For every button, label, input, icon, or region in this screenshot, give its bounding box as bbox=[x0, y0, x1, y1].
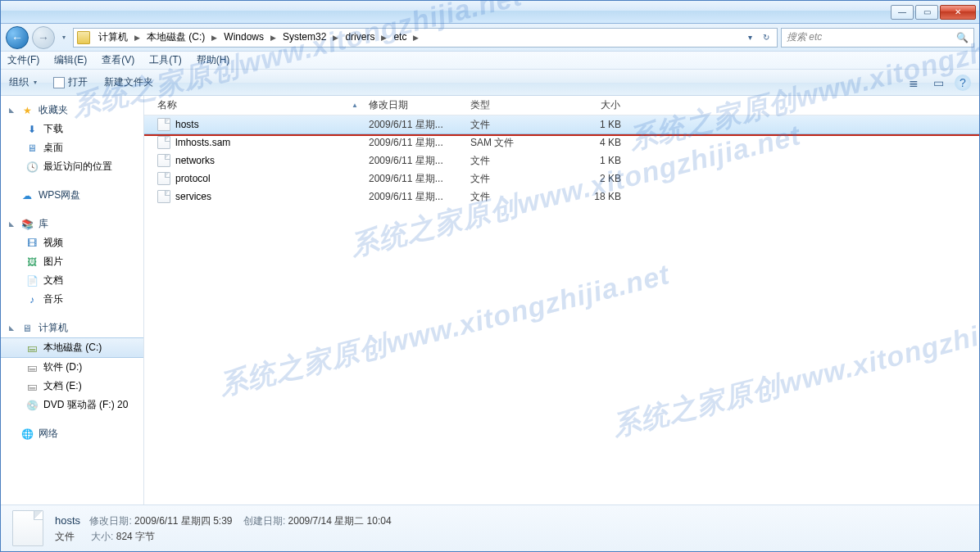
file-row[interactable]: protocol2009/6/11 星期...文件2 KB bbox=[144, 170, 979, 188]
sidebar-item-label: 下载 bbox=[43, 122, 63, 136]
back-button[interactable]: ← bbox=[6, 26, 29, 49]
file-date: 2009/6/11 星期... bbox=[364, 154, 465, 168]
sidebar-item[interactable]: ⬇下载 bbox=[1, 120, 143, 138]
view-mode-button[interactable]: ≣ bbox=[905, 75, 922, 91]
breadcrumb-segment[interactable]: drivers bbox=[340, 29, 379, 44]
file-name: services bbox=[175, 191, 211, 202]
sidebar-item[interactable]: 🖴本地磁盘 (C:) bbox=[1, 337, 143, 358]
sidebar-item[interactable]: 🖼图片 bbox=[1, 252, 143, 271]
titlebar: — ▭ ✕ bbox=[1, 1, 979, 24]
chevron-right-icon[interactable]: ▶ bbox=[133, 34, 142, 42]
sidebar: ◣ ★ 收藏夹 ⬇下载🖥桌面🕓最近访问的位置 ☁ WPS网盘 ◣ 📚 库 bbox=[1, 96, 144, 504]
sidebar-network[interactable]: 🌐 网络 bbox=[1, 424, 143, 443]
file-name: lmhosts.sam bbox=[175, 137, 230, 148]
sidebar-item[interactable]: 📄文档 bbox=[1, 271, 143, 290]
breadcrumb-segment[interactable]: System32 bbox=[278, 29, 331, 44]
chevron-right-icon[interactable]: ▶ bbox=[331, 34, 340, 42]
search-input[interactable]: 搜索 etc 🔍 bbox=[781, 28, 974, 48]
sidebar-item-label: 网络 bbox=[39, 427, 58, 441]
sidebar-item-label: 视频 bbox=[43, 236, 63, 250]
menubar: 文件(F) 编辑(E) 查看(V) 工具(T) 帮助(H) bbox=[1, 52, 979, 70]
nav-history-dropdown[interactable]: ▾ bbox=[58, 26, 70, 49]
sidebar-libraries-header[interactable]: ◣ 📚 库 bbox=[1, 215, 143, 233]
sidebar-item[interactable]: 🎞视频 bbox=[1, 233, 143, 252]
navbar: ← → ▾ 计算机▶本地磁盘 (C:)▶Windows▶System32▶dri… bbox=[1, 24, 979, 52]
details-text: hosts 修改日期: 2009/6/11 星期四 5:39 创建日期: 200… bbox=[55, 513, 392, 544]
file-row[interactable]: services2009/6/11 星期...文件18 KB bbox=[144, 188, 979, 206]
breadcrumb-segment[interactable]: etc bbox=[388, 29, 411, 44]
breadcrumb-segment[interactable]: Windows bbox=[219, 29, 269, 44]
new-folder-button[interactable]: 新建文件夹 bbox=[104, 75, 153, 89]
details-filename: hosts bbox=[55, 514, 80, 527]
sidebar-favorites-header[interactable]: ◣ ★ 收藏夹 bbox=[1, 101, 143, 120]
menu-view[interactable]: 查看(V) bbox=[100, 52, 136, 68]
sidebar-item-icon: 🖥 bbox=[25, 142, 39, 155]
chevron-right-icon[interactable]: ▶ bbox=[210, 34, 219, 42]
file-icon bbox=[157, 118, 170, 131]
column-name[interactable]: 名称▲ bbox=[152, 98, 364, 112]
open-button[interactable]: 打开 bbox=[53, 75, 88, 89]
sidebar-libraries: ◣ 📚 库 🎞视频🖼图片📄文档♪音乐 bbox=[1, 215, 143, 309]
minimize-button[interactable]: — bbox=[891, 5, 914, 20]
file-date: 2009/6/11 星期... bbox=[364, 118, 465, 132]
file-row[interactable]: networks2009/6/11 星期...文件1 KB bbox=[144, 152, 979, 170]
file-type: 文件 bbox=[465, 118, 562, 132]
sidebar-item-icon: 📄 bbox=[25, 274, 39, 287]
sidebar-item[interactable]: ♪音乐 bbox=[1, 290, 143, 309]
file-row[interactable]: hosts2009/6/11 星期...文件1 KB bbox=[144, 115, 979, 133]
file-icon bbox=[157, 190, 170, 203]
sidebar-item-label: 软件 (D:) bbox=[43, 360, 82, 374]
menu-tools[interactable]: 工具(T) bbox=[147, 52, 183, 68]
file-icon bbox=[157, 154, 170, 167]
breadcrumb-segment[interactable]: 本地磁盘 (C:) bbox=[142, 29, 210, 44]
sidebar-item[interactable]: 💿DVD 驱动器 (F:) 20 bbox=[1, 396, 143, 414]
sidebar-item-icon: 🖼 bbox=[25, 256, 39, 269]
sidebar-item[interactable]: 🖴软件 (D:) bbox=[1, 358, 143, 377]
sidebar-item-icon: 🖴 bbox=[25, 380, 39, 393]
sidebar-item-label: 收藏夹 bbox=[39, 103, 68, 117]
menu-edit[interactable]: 编辑(E) bbox=[52, 52, 88, 68]
menu-file[interactable]: 文件(F) bbox=[6, 52, 41, 68]
sidebar-item[interactable]: 🕓最近访问的位置 bbox=[1, 157, 143, 176]
breadcrumb-segment[interactable]: 计算机 bbox=[93, 29, 133, 44]
sidebar-wps[interactable]: ☁ WPS网盘 bbox=[1, 186, 143, 205]
sidebar-computer-header[interactable]: ◣ 🖥 计算机 bbox=[1, 319, 143, 337]
address-bar[interactable]: 计算机▶本地磁盘 (C:)▶Windows▶System32▶drivers▶e… bbox=[73, 28, 778, 48]
file-date: 2009/6/11 星期... bbox=[364, 190, 465, 204]
help-icon[interactable]: ? bbox=[955, 75, 971, 91]
forward-button[interactable]: → bbox=[32, 26, 55, 49]
sidebar-item-label: WPS网盘 bbox=[39, 188, 80, 202]
sidebar-item[interactable]: 🖥桌面 bbox=[1, 138, 143, 157]
preview-pane-button[interactable]: ▭ bbox=[930, 75, 946, 91]
chevron-right-icon[interactable]: ▶ bbox=[411, 34, 420, 42]
chevron-down-icon: ◣ bbox=[9, 106, 16, 114]
sidebar-item[interactable]: 🖴文档 (E:) bbox=[1, 377, 143, 396]
sort-asc-icon: ▲ bbox=[352, 102, 358, 109]
menu-help[interactable]: 帮助(H) bbox=[195, 52, 232, 68]
close-button[interactable]: ✕ bbox=[940, 5, 976, 20]
chevron-right-icon[interactable]: ▶ bbox=[269, 34, 278, 42]
file-date: 2009/6/11 星期... bbox=[364, 172, 465, 186]
explorer-window: — ▭ ✕ ← → ▾ 计算机▶本地磁盘 (C:)▶Windows▶System… bbox=[0, 0, 980, 552]
organize-button[interactable]: 组织▾ bbox=[9, 75, 37, 89]
column-type[interactable]: 类型 bbox=[465, 98, 562, 112]
address-dropdown-button[interactable]: ▾ bbox=[742, 29, 757, 46]
maximize-button[interactable]: ▭ bbox=[915, 5, 938, 20]
file-size: 2 KB bbox=[562, 173, 626, 184]
column-size[interactable]: 大小 bbox=[562, 98, 626, 112]
file-name: hosts bbox=[175, 119, 199, 130]
star-icon: ★ bbox=[20, 104, 34, 117]
sidebar-item-label: 文档 bbox=[43, 274, 63, 287]
file-type: 文件 bbox=[465, 172, 562, 186]
details-pane: hosts 修改日期: 2009/6/11 星期四 5:39 创建日期: 200… bbox=[1, 504, 979, 551]
column-date[interactable]: 修改日期 bbox=[364, 98, 465, 112]
sidebar-item-icon: 🕓 bbox=[25, 161, 39, 174]
chevron-down-icon: ◣ bbox=[9, 220, 16, 228]
file-size: 4 KB bbox=[562, 137, 626, 148]
file-size: 1 KB bbox=[562, 155, 626, 166]
folder-icon bbox=[77, 31, 90, 44]
file-row[interactable]: lmhosts.sam2009/6/11 星期...SAM 文件4 KB bbox=[144, 133, 979, 152]
refresh-button[interactable]: ↻ bbox=[759, 29, 774, 46]
chevron-right-icon[interactable]: ▶ bbox=[379, 34, 388, 42]
computer-icon: 🖥 bbox=[20, 322, 34, 335]
